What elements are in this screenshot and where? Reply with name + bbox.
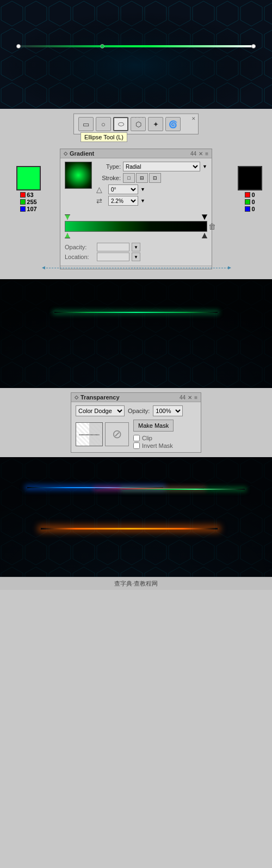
left-color-info: 63 255 107 [16,166,41,212]
panel-menu-btn[interactable]: ≡ [205,151,208,157]
right-color-info: 0 0 0 [238,166,262,212]
angle-icon: △ [96,185,106,194]
dashed-line-bottom [44,268,228,268]
panel-controls-right: 44 ✕ ≡ [190,151,208,157]
stroke-btn-2[interactable]: ⊟ [136,173,148,183]
star-tool-btn[interactable]: ✦ [148,117,163,131]
rectangle-tool-btn[interactable]: ▭ [78,117,94,131]
gradient-stop-left[interactable] [65,214,70,220]
gradient-stop-right[interactable] [202,214,207,220]
panel-drag-dots: · · · · · [128,115,144,120]
location-dropdown[interactable]: ▼ [132,253,140,261]
clip-label: Clip [142,435,152,441]
invert-mask-row: Invert Mask [133,442,174,449]
circle-tool-btn[interactable]: ○ [96,117,111,131]
right-green-value: 0 [251,199,255,205]
gradient-bar[interactable] [16,45,256,47]
opacity-select[interactable]: 100% [153,405,183,416]
hex-pattern-1 [0,0,272,109]
clip-checkbox[interactable] [133,435,140,441]
make-mask-btn[interactable]: Make Mask [133,420,174,432]
transparency-panel-wrapper: ◇ Transparency 44 ✕ ≡ Color Dodge Opacit… [0,388,272,457]
invert-mask-label: Invert Mask [142,442,173,449]
stroke-buttons: □ ⊟ ⊡ [123,173,161,183]
right-blue-value: 0 [251,206,255,212]
arrow-left: ◄ [41,264,46,270]
angle-dropdown-arrow[interactable]: ▼ [140,187,145,192]
svg-rect-7 [0,279,272,388]
gradient-stop-bottom-right[interactable] [202,233,207,238]
ratio-dropdown-arrow[interactable]: ▼ [140,198,145,204]
canvas-2 [0,279,272,388]
gradient-bar-display[interactable] [65,221,207,232]
trans-panel-menu[interactable]: ≡ [194,395,197,401]
green-dot [20,199,26,205]
angle-row: △ 0° ▼ [96,184,207,194]
type-select[interactable]: Radial [123,162,200,171]
left-color-swatch[interactable] [16,166,41,190]
panel-close-btn-2[interactable]: ✕ [199,151,203,157]
green-glow-line [54,312,218,313]
gradient-handle-mid[interactable] [100,44,104,48]
arrow-right: ► [227,264,232,270]
location-row: Location: ▼ [65,253,207,261]
right-red-value: 0 [251,192,255,198]
opacity-location-rows: Opacity: ▼ Location: ▼ [65,243,207,261]
ratio-select[interactable]: 2.2% [108,196,138,206]
gradient-panel-titlebar: ◇ Gradient 44 ✕ ≡ [60,149,212,158]
panel-close-btn[interactable]: ✕ [191,116,196,121]
opacity-label: Opacity: [65,244,95,250]
spiral-tool-btn[interactable]: 🌀 [165,117,181,131]
gradient-bar-area: 🗑 [65,212,207,241]
ellipse-tool-btn[interactable]: ⬭ Ellipse Tool (L) [113,117,128,131]
gradient-title-icon: ◇ [64,151,67,156]
gradient-handle-left[interactable] [16,44,21,48]
gradient-handle-right[interactable] [251,44,256,48]
opacity-input[interactable] [97,243,129,251]
toolbar-panel: · · · · · ✕ ▭ ○ ⬭ Ellipse Tool (L) ⬡ ✦ 🌀 [73,113,199,134]
gradient-preview-row: Type: Radial ▼ Stroke: □ ⊟ ⊡ [65,162,207,209]
type-dropdown-arrow[interactable]: ▼ [202,164,207,169]
ellipse-tooltip: Ellipse Tool (L) [81,132,127,142]
right-color-values: 0 0 0 [245,192,255,212]
gradient-panel-title: ◇ Gradient [64,150,94,157]
gradient-stop-bottom-left[interactable] [65,233,70,238]
angle-select[interactable]: 0° [108,184,138,194]
transparency-title-icon: ◇ [75,395,78,400]
trans-no-icon[interactable]: ⊘ [105,422,129,446]
gradient-line-track[interactable] [16,41,256,52]
panel-collapse-btn[interactable]: 44 [190,151,196,157]
stroke-btn-1[interactable]: □ [123,173,135,183]
invert-mask-checkbox[interactable] [133,442,140,449]
stroke-btn-3[interactable]: ⊡ [149,173,161,183]
trans-actions: Make Mask Clip Invert Mask [133,420,174,449]
location-input[interactable] [97,253,129,261]
trans-thumb-line [79,434,100,435]
gradient-preview-box[interactable] [65,162,92,189]
blend-mode-select[interactable]: Color Dodge [76,405,125,416]
green-value: 255 [27,199,36,205]
watermark: 查字典·查教程网 [0,577,272,590]
trans-checkboxes: Clip Invert Mask [133,435,174,449]
canvas-1 [0,0,272,109]
opacity-dropdown[interactable]: ▼ [132,243,140,251]
reverse-icon: ⇄ [96,197,106,205]
right-green-dot [245,199,250,205]
blue-value: 107 [27,206,36,212]
green-glow-line-2 [122,489,245,490]
trans-thumb-main[interactable] [76,422,103,446]
right-color-swatch[interactable] [238,166,262,190]
transparency-panel-titlebar: ◇ Transparency 44 ✕ ≡ [71,393,201,402]
trans-panel-collapse[interactable]: 44 [180,395,186,401]
opacity-label-trans: Opacity: [128,408,150,414]
red-dot [20,192,26,198]
canvas-3 [0,457,272,577]
svg-rect-11 [0,457,272,577]
gradient-settings: Type: Radial ▼ Stroke: □ ⊟ ⊡ [96,162,207,209]
reverse-row: ⇄ 2.2% ▼ [96,196,207,206]
right-red-dot [245,192,250,198]
delete-stop-btn[interactable]: 🗑 [208,222,216,231]
trans-thumbnail-area: ⊘ [76,422,129,446]
blue-dot [20,206,26,212]
trans-panel-close[interactable]: ✕ [188,395,192,401]
